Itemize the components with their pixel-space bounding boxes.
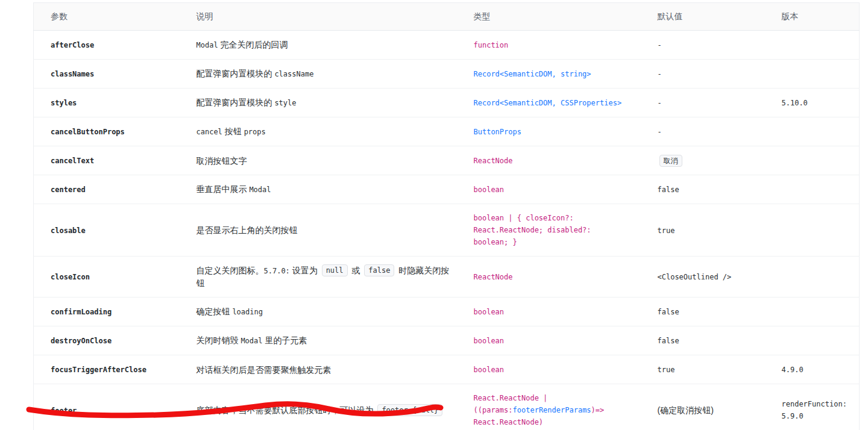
type-text: boolean bbox=[474, 366, 505, 374]
text-segment: (确定取消按钮) bbox=[658, 405, 714, 415]
text-segment: 确定按钮 bbox=[197, 307, 233, 316]
table-row: confirmLoading确定按钮 loadingbooleanfalse bbox=[34, 298, 860, 326]
param-cell: centered bbox=[34, 175, 187, 204]
type-link[interactable]: Record<SemanticDOM, CSSProperties> bbox=[474, 99, 622, 107]
text-segment: 里的子元素 bbox=[263, 335, 307, 345]
description-cell: 垂直居中展示 Modal bbox=[187, 175, 464, 204]
param-cell: footer bbox=[34, 384, 187, 430]
inline-code-text: loading bbox=[232, 308, 263, 316]
inline-code-text: <CloseOutlined /> bbox=[658, 273, 732, 281]
table-row: closable是否显示右上角的关闭按钮boolean | { closeIco… bbox=[34, 204, 860, 257]
default-value-cell: false bbox=[648, 326, 772, 355]
table-row: cancelText取消按钮文字ReactNode取消 bbox=[34, 146, 860, 175]
type-cell: boolean bbox=[464, 175, 648, 204]
description-cell: Modal 完全关闭后的回调 bbox=[187, 31, 464, 60]
column-header-type: 类型 bbox=[464, 3, 648, 31]
param-cell: closeIcon bbox=[34, 257, 187, 298]
param-cell: styles bbox=[34, 89, 187, 117]
description-cell: 对话框关闭后是否需要聚焦触发元素 bbox=[187, 355, 464, 384]
type-cell: boolean bbox=[464, 298, 648, 326]
default-value-cell: - bbox=[648, 89, 772, 117]
column-header-param: 参数 bbox=[34, 3, 187, 31]
type-cell: ReactNode bbox=[464, 257, 648, 298]
type-link[interactable]: Record<SemanticDOM, string> bbox=[474, 70, 591, 78]
param-cell: cancelText bbox=[34, 146, 187, 175]
type-cell: function bbox=[464, 31, 648, 60]
column-header-description: 说明 bbox=[187, 3, 464, 31]
inline-code-chip: null bbox=[322, 264, 348, 276]
table-row: cancelButtonPropscancel 按钮 propsButtonPr… bbox=[34, 117, 860, 146]
inline-code-text: 5.7.0: bbox=[264, 267, 290, 275]
default-value-cell: - bbox=[648, 31, 772, 60]
param-name: centered bbox=[51, 185, 86, 194]
param-cell: confirmLoading bbox=[34, 298, 187, 326]
param-name: cancelButtonProps bbox=[51, 128, 125, 136]
type-link[interactable]: ButtonProps bbox=[474, 128, 521, 136]
description-cell: 关闭时销毁 Modal 里的子元素 bbox=[187, 326, 464, 355]
param-name: closeIcon bbox=[51, 273, 90, 281]
param-cell: destroyOnClose bbox=[34, 326, 187, 355]
version-cell bbox=[772, 60, 860, 89]
inline-code-chip: 取消 bbox=[659, 155, 682, 167]
inline-code-text: false bbox=[658, 337, 679, 345]
column-header-version: 版本 bbox=[772, 3, 860, 31]
text-segment: 配置弹窗内置模块的 bbox=[197, 98, 275, 107]
table-row: afterCloseModal 完全关闭后的回调function- bbox=[34, 31, 860, 60]
table-header: 参数 说明 类型 默认值 版本 bbox=[34, 3, 860, 31]
inline-code-text: Modal bbox=[241, 337, 262, 345]
inline-code-chip: false bbox=[364, 264, 394, 276]
version-cell bbox=[772, 298, 860, 326]
param-name: cancelText bbox=[51, 157, 94, 165]
text-segment: 垂直居中展示 bbox=[197, 184, 250, 194]
default-value-cell: (确定取消按钮) bbox=[648, 384, 772, 430]
version-cell bbox=[772, 257, 860, 298]
inline-code-text: Modal bbox=[249, 185, 271, 194]
param-cell: classNames bbox=[34, 60, 187, 89]
default-value-cell: true bbox=[648, 204, 772, 257]
table-row: focusTriggerAfterClose对话框关闭后是否需要聚焦触发元素bo… bbox=[34, 355, 860, 384]
inline-code-text: - bbox=[658, 41, 662, 49]
param-name: afterClose bbox=[51, 41, 94, 49]
param-cell: afterClose bbox=[34, 31, 187, 60]
param-cell: closable bbox=[34, 204, 187, 257]
table-body: afterCloseModal 完全关闭后的回调function-classNa… bbox=[34, 31, 860, 430]
default-value-cell: true bbox=[648, 355, 772, 384]
version-text: 4.9.0 bbox=[782, 364, 850, 376]
api-properties-table: 参数 说明 类型 默认值 版本 afterCloseModal 完全关闭后的回调… bbox=[33, 2, 860, 430]
text-segment: 取消按钮文字 bbox=[197, 156, 247, 166]
text-segment: 是否显示右上角的关闭按钮 bbox=[197, 225, 298, 235]
param-name: footer bbox=[51, 407, 77, 415]
inline-code-text: - bbox=[658, 99, 662, 107]
type-text: boolean bbox=[474, 337, 505, 345]
api-table-container: 参数 说明 类型 默认值 版本 afterCloseModal 完全关闭后的回调… bbox=[33, 2, 859, 430]
inline-code-text: - bbox=[658, 128, 662, 136]
type-cell: Record<SemanticDOM, CSSProperties> bbox=[464, 89, 648, 117]
table-row: classNames配置弹窗内置模块的 classNameRecord<Sema… bbox=[34, 60, 860, 89]
description-cell: 配置弹窗内置模块的 style bbox=[187, 89, 464, 117]
param-cell: focusTriggerAfterClose bbox=[34, 355, 187, 384]
version-cell: 5.10.0 bbox=[772, 89, 860, 117]
type-text: ReactNode bbox=[474, 273, 513, 281]
text-segment: 配置弹窗内置模块的 bbox=[197, 69, 275, 78]
default-value-cell: <CloseOutlined /> bbox=[648, 257, 772, 298]
inline-code-text: style bbox=[274, 99, 296, 107]
inline-code-text: className bbox=[274, 70, 313, 78]
description-cell: cancel 按钮 props bbox=[187, 117, 464, 146]
type-cell: React.ReactNode | ((params:footerRenderP… bbox=[464, 384, 648, 430]
description-cell: 确定按钮 loading bbox=[187, 298, 464, 326]
text-segment: 底部内容，当不需要默认底部按钮时，可以设为 bbox=[197, 405, 376, 415]
version-cell bbox=[772, 175, 860, 204]
text-segment: 设置为 bbox=[290, 266, 320, 275]
version-cell bbox=[772, 146, 860, 175]
column-header-default: 默认值 bbox=[648, 3, 772, 31]
type-link[interactable]: footerRenderParams bbox=[513, 406, 591, 414]
inline-code-text: cancel bbox=[197, 128, 222, 136]
inline-code-text: - bbox=[658, 70, 662, 78]
inline-code-text: true bbox=[658, 366, 675, 374]
text-segment: 自定义关闭图标。 bbox=[197, 266, 264, 275]
version-cell bbox=[772, 204, 860, 257]
table-row: closeIcon自定义关闭图标。5.7.0: 设置为 null 或 false… bbox=[34, 257, 860, 298]
param-name: closable bbox=[51, 226, 86, 235]
default-value-cell: false bbox=[648, 175, 772, 204]
table-row: centered垂直居中展示 Modalbooleanfalse bbox=[34, 175, 860, 204]
